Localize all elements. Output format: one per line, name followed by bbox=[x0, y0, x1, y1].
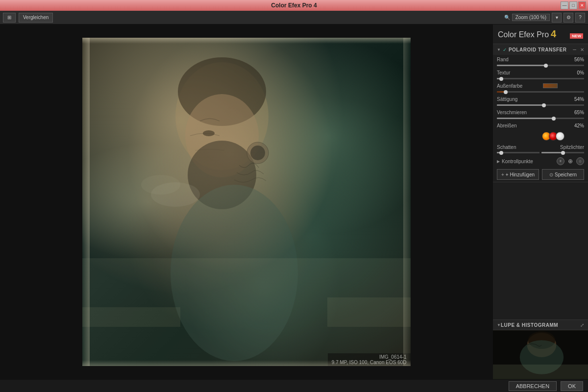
lupe-section-header: ▼ LUPE & HISTOGRAMM ⤢ bbox=[493, 319, 588, 330]
verschmieren-value: 65% bbox=[567, 110, 584, 115]
kontrollpunkte-toggle[interactable]: ▶ bbox=[497, 159, 500, 164]
view-icon: ⊞ bbox=[7, 15, 11, 20]
lupe-svg bbox=[493, 330, 588, 379]
aussenfarbe-label: Außenfarbe bbox=[497, 83, 541, 89]
lupe-preview bbox=[493, 330, 588, 379]
maximize-button[interactable]: □ bbox=[569, 1, 577, 9]
settings-button[interactable]: ⚙ bbox=[564, 13, 573, 23]
rand-label: Rand bbox=[497, 57, 541, 62]
new-badge: NEW bbox=[570, 33, 583, 39]
photo bbox=[82, 38, 411, 366]
aussenfarbe-swatch[interactable] bbox=[543, 83, 558, 88]
view-toggle-button[interactable]: ⊞ bbox=[3, 13, 16, 23]
dual-slider-row bbox=[493, 151, 588, 155]
verschmieren-row: Verschmieren 65% bbox=[493, 108, 588, 117]
help-button[interactable]: ? bbox=[575, 13, 585, 23]
aussenfarbe-slider-row bbox=[493, 90, 588, 95]
verschmieren-slider-track[interactable] bbox=[497, 118, 584, 119]
zoom-icon: 🔍 bbox=[504, 15, 510, 20]
svg-point-9 bbox=[250, 146, 265, 160]
panel-title-number: 4 bbox=[551, 28, 556, 40]
sketch-svg bbox=[82, 38, 411, 366]
panel-header: Color Efex Pro 4 NEW bbox=[493, 24, 588, 44]
canvas-area: IMG_0614-1 9.7 MP, ISO 100, Canon EOS 60… bbox=[0, 24, 492, 379]
rand-slider-track[interactable] bbox=[497, 65, 584, 66]
textur-slider-row bbox=[493, 77, 588, 81]
speichern-label: Speichern bbox=[555, 172, 577, 177]
sattigung-value: 54% bbox=[567, 97, 584, 102]
minimize-button[interactable]: — bbox=[561, 1, 568, 9]
schatten-slider-thumb[interactable] bbox=[499, 151, 503, 155]
lupe-section-title: LUPE & HISTOGRAMM bbox=[501, 322, 580, 328]
spitzlichter-label: Spitzlichter bbox=[560, 145, 584, 150]
speichern-button[interactable]: ⊙ Speichern bbox=[542, 169, 584, 180]
svg-rect-11 bbox=[82, 307, 180, 327]
verschmieren-label: Verschmieren bbox=[497, 110, 541, 115]
lupe-preview-content bbox=[493, 330, 588, 379]
polaroid-transfer-section: ▼ ✓ POLAROID TRANSFER – ✕ Rand 56% Textu… bbox=[493, 44, 588, 182]
lupe-toggle-icon[interactable]: ▼ bbox=[497, 323, 501, 327]
panel-title-text: Color Efex Pro bbox=[498, 30, 549, 39]
hinzufugen-button[interactable]: + + Hinzufügen bbox=[497, 169, 539, 180]
verschmieren-slider-row bbox=[493, 117, 588, 121]
lupe-expand-button[interactable]: ⤢ bbox=[580, 322, 584, 328]
textur-slider-track[interactable] bbox=[497, 78, 584, 79]
kontrollpunkte-add-icon[interactable]: + bbox=[557, 157, 564, 165]
toolbar: ⊞ Vergleichen 🔍 Zoom (100 %) ▾ ⚙ ? bbox=[0, 11, 588, 24]
sattigung-label: Sättigung bbox=[497, 97, 541, 102]
abreissen-color-wheels bbox=[493, 130, 588, 144]
close-button[interactable]: ✕ bbox=[578, 1, 586, 9]
panel-spacer bbox=[493, 182, 588, 319]
kontrollpunkte-settings[interactable]: ○ bbox=[576, 157, 584, 165]
cancel-button[interactable]: ABBRECHEN bbox=[509, 381, 557, 391]
zoom-display[interactable]: Zoom (100 %) bbox=[512, 14, 550, 21]
verschmieren-slider-thumb[interactable] bbox=[552, 117, 556, 121]
color-wheel-white[interactable] bbox=[556, 132, 564, 141]
window-controls: — □ ✕ bbox=[561, 1, 586, 9]
spitzlichter-slider-thumb[interactable] bbox=[561, 151, 565, 155]
aussenfarbe-row: Außenfarbe bbox=[493, 81, 588, 90]
section-check-icon[interactable]: ✓ bbox=[503, 47, 507, 52]
aussenfarbe-slider-thumb[interactable] bbox=[504, 90, 508, 94]
section-title-label: POLAROID TRANSFER bbox=[509, 47, 571, 52]
kontrollpunkte-crosshair[interactable]: ⊕ bbox=[566, 157, 574, 165]
svg-point-7 bbox=[203, 130, 215, 136]
aussenfarbe-slider-track[interactable] bbox=[497, 91, 584, 93]
sattigung-slider-thumb[interactable] bbox=[542, 103, 546, 107]
sattigung-slider-fill bbox=[497, 104, 544, 106]
right-panel: Color Efex Pro 4 NEW ▼ ✓ POLAROID TRANSF… bbox=[492, 24, 588, 379]
textur-label: Textur bbox=[497, 70, 541, 75]
main-area: IMG_0614-1 9.7 MP, ISO 100, Canon EOS 60… bbox=[0, 24, 588, 379]
zoom-options-button[interactable]: ▾ bbox=[552, 13, 562, 23]
textur-row: Textur 0% bbox=[493, 68, 588, 77]
verschmieren-slider-fill bbox=[497, 118, 554, 119]
title-bar: Color Efex Pro 4 — □ ✕ bbox=[0, 0, 588, 11]
lupe-section: ▼ LUPE & HISTOGRAMM ⤢ bbox=[493, 319, 588, 379]
rand-slider-thumb[interactable] bbox=[544, 64, 548, 68]
ok-button[interactable]: OK bbox=[561, 381, 583, 391]
rand-slider-fill bbox=[497, 65, 546, 66]
schatten-slider[interactable] bbox=[497, 152, 539, 153]
section-close-button[interactable]: ✕ bbox=[580, 47, 584, 52]
spitzlichter-slider-fill bbox=[541, 152, 563, 153]
bottom-bar: ABBRECHEN OK bbox=[0, 379, 588, 392]
svg-point-6 bbox=[141, 175, 180, 195]
abreissen-row: Abreißen 42% bbox=[493, 121, 588, 130]
rand-row: Rand 56% bbox=[493, 55, 588, 64]
schatten-spitzlichter-row: Schatten Spitzlichter bbox=[493, 144, 588, 151]
sattigung-slider-row bbox=[493, 103, 588, 108]
section-header: ▼ ✓ POLAROID TRANSFER – ✕ bbox=[493, 44, 588, 55]
compare-button[interactable]: Vergleichen bbox=[19, 13, 53, 23]
hinzufugen-label: + Hinzufügen bbox=[506, 172, 535, 177]
textur-slider-thumb[interactable] bbox=[499, 77, 503, 81]
action-buttons-row: + + Hinzufügen ⊙ Speichern bbox=[493, 167, 588, 182]
sattigung-slider-track[interactable] bbox=[497, 104, 584, 106]
spitzlichter-slider[interactable] bbox=[541, 152, 584, 153]
window-title: Color Efex Pro 4 bbox=[271, 2, 317, 9]
schatten-label: Schatten bbox=[497, 145, 536, 150]
section-minus-button[interactable]: – bbox=[573, 46, 576, 53]
plus-icon: + bbox=[501, 172, 504, 177]
section-collapse-icon[interactable]: ▼ bbox=[497, 48, 501, 52]
textur-value: 0% bbox=[567, 70, 584, 75]
abreissen-value: 42% bbox=[567, 123, 584, 128]
